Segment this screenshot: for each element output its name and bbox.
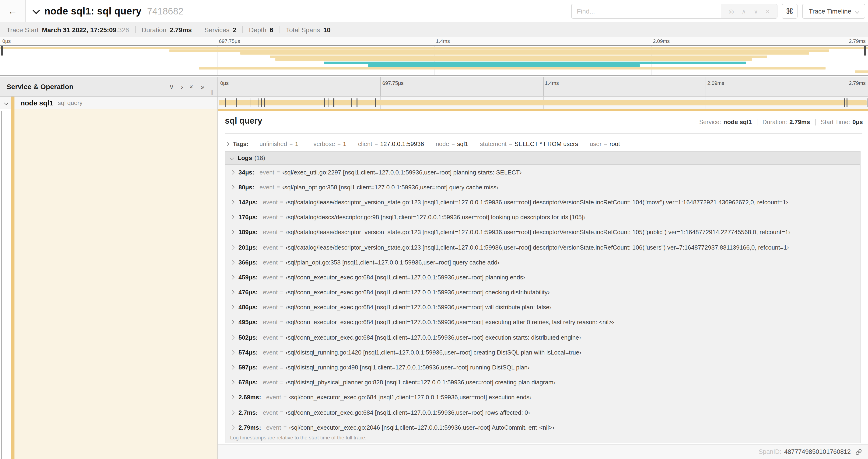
log-row[interactable]: 486μs:event=‹sql/conn_executor_exec.go:6… <box>225 300 860 315</box>
tag-equals: = <box>509 140 512 147</box>
log-row[interactable]: 678μs:event=‹sql/distsql_physical_planne… <box>225 375 860 390</box>
log-field-key: event <box>263 379 278 386</box>
log-field-key: event <box>263 274 278 281</box>
log-row[interactable]: 597μs:event=‹sql/distsql_running.go:498 … <box>225 360 860 375</box>
prev-result-icon[interactable]: ∧ <box>742 8 746 15</box>
span-row[interactable]: node sql1 sql query <box>0 97 868 109</box>
log-marker[interactable] <box>261 98 262 107</box>
collapse-one-icon[interactable]: ∨ <box>169 83 174 90</box>
top-bar: ← node sql1: sql query 7418682 ◎ ∧ ∨ × ⌘… <box>0 0 868 22</box>
tag-value: 1 <box>343 140 346 147</box>
find-controls: ◎ ∧ ∨ × <box>721 4 777 18</box>
log-row[interactable]: 476μs:event=‹sql/conn_executor_exec.go:6… <box>225 285 860 300</box>
log-marker[interactable] <box>846 98 847 107</box>
service-operation-column-header: Service & Operation ∨ › » » ∥ <box>0 77 218 96</box>
log-row[interactable]: 2.69ms:event=‹sql/conn_executor_exec.go:… <box>225 390 860 405</box>
log-marker[interactable] <box>331 98 331 107</box>
axis-gridline <box>380 77 381 96</box>
tag-key: client <box>358 140 372 147</box>
column-resizer-handle[interactable]: ∥ <box>211 90 213 95</box>
log-row[interactable]: 502μs:event=‹sql/conn_executor_exec.go:6… <box>225 330 860 345</box>
timeline-column-header: Service & Operation ∨ › » » ∥ 0μs697.75μ… <box>0 77 868 97</box>
log-field-equals: = <box>280 289 283 296</box>
expand-one-icon[interactable]: › <box>181 83 183 90</box>
separator <box>757 119 757 125</box>
log-field-equals: = <box>277 169 280 175</box>
log-row[interactable]: 80μs:event=‹sql/plan_opt.go:358 [nsql1,c… <box>225 179 860 195</box>
tags-row[interactable]: Tags:_unfinished=1_verbose=1client=127.0… <box>225 138 863 149</box>
service-operation-header-label: Service & Operation <box>6 83 73 91</box>
log-marker[interactable] <box>225 98 226 107</box>
log-marker[interactable] <box>375 98 376 107</box>
summary-item: Duration2.79ms <box>142 26 192 33</box>
summary-item: Total Spans10 <box>286 26 331 33</box>
minimap-axis-label: 2.79ms <box>849 38 866 44</box>
keyboard-shortcuts-button[interactable]: ⌘ <box>782 4 798 19</box>
clear-search-icon[interactable]: × <box>766 8 769 15</box>
scrollbar[interactable] <box>1 111 2 459</box>
chevron-right-icon <box>230 245 235 250</box>
log-marker[interactable] <box>303 98 304 107</box>
trace-view-select[interactable]: Trace Timeline <box>802 4 865 19</box>
log-marker[interactable] <box>324 98 325 107</box>
chevron-right-icon <box>230 410 235 415</box>
span-duration-bar[interactable] <box>219 100 867 105</box>
log-marker[interactable] <box>356 98 357 107</box>
log-timestamp: 2.69ms: <box>239 394 261 401</box>
log-field-key: event <box>266 424 281 431</box>
log-marker[interactable] <box>251 98 251 107</box>
log-marker[interactable] <box>334 98 335 107</box>
span-bar-track[interactable] <box>218 97 868 109</box>
log-row[interactable]: 142μs:event=‹sql/catalog/lease/descripto… <box>225 195 860 210</box>
separator <box>135 26 135 33</box>
locate-icon[interactable]: ◎ <box>729 8 734 15</box>
log-row[interactable]: 176μs:event=‹sql/catalog/descs/descripto… <box>225 210 860 225</box>
log-timestamp: 459μs: <box>239 274 257 281</box>
span-operation-name: sql query <box>58 99 83 106</box>
copy-link-icon[interactable] <box>856 449 862 455</box>
log-row[interactable]: 2.7ms:event=‹sql/conn_executor_exec.go:6… <box>225 405 860 420</box>
log-marker[interactable] <box>258 98 259 107</box>
expand-all-icon[interactable]: » <box>201 83 205 90</box>
trace-id: 7418682 <box>147 6 183 17</box>
minimap-scrubber-left-grip[interactable] <box>1 46 3 56</box>
minimap-span-bar <box>275 58 751 61</box>
log-row[interactable]: 201μs:event=‹sql/catalog/lease/descripto… <box>225 240 860 255</box>
next-result-icon[interactable]: ∨ <box>754 8 758 15</box>
minimap-canvas[interactable] <box>0 45 868 75</box>
log-marker[interactable] <box>265 98 265 107</box>
span-color-bar <box>11 109 14 459</box>
tag-value: sql1 <box>457 140 468 147</box>
separator <box>279 26 280 33</box>
logs-header[interactable]: Logs (18) <box>225 152 860 165</box>
log-row[interactable]: 459μs:event=‹sql/conn_executor_exec.go:6… <box>225 270 860 285</box>
find-input[interactable] <box>572 4 721 18</box>
summary-label: Trace Start <box>6 26 38 33</box>
log-row[interactable]: 34μs:event=‹sql/exec_util.go:2297 [nsql1… <box>225 165 860 179</box>
log-marker[interactable] <box>844 98 845 107</box>
log-field-value: ‹sql/conn_executor_exec.go:684 [nsql1,cl… <box>286 334 581 341</box>
log-row[interactable]: 2.79ms:event=‹sql/conn_executor_exec.go:… <box>225 420 860 435</box>
log-row[interactable]: 574μs:event=‹sql/distsql_running.go:1420… <box>225 345 860 360</box>
axis-tick-label: 2.79ms <box>849 80 866 86</box>
log-row[interactable]: 189μs:event=‹sql/catalog/lease/descripto… <box>225 225 860 240</box>
log-field-value: ‹sql/distsql_physical_planner.go:828 [ns… <box>286 379 555 386</box>
summary-value: 10 <box>323 26 331 33</box>
log-marker[interactable] <box>236 98 237 107</box>
span-collapse-chevron-icon[interactable] <box>4 101 9 105</box>
log-field-key: event <box>259 169 274 176</box>
log-timestamp: 678μs: <box>239 379 257 386</box>
minimap-axis-labels: 0μs697.75μs1.4ms2.09ms2.79ms <box>0 37 868 45</box>
log-marker[interactable] <box>328 98 329 107</box>
log-marker[interactable] <box>333 98 334 107</box>
log-row[interactable]: 366μs:event=‹sql/plan_opt.go:358 [nsql1,… <box>225 255 860 270</box>
minimap-axis-label: 697.75μs <box>219 38 240 44</box>
back-button[interactable]: ← <box>0 0 26 22</box>
minimap-scrubber-right-grip[interactable] <box>864 46 866 56</box>
collapse-all-icon[interactable]: » <box>189 85 195 88</box>
log-marker[interactable] <box>351 98 352 107</box>
trace-collapse-chevron-icon[interactable] <box>32 6 40 14</box>
span-row-name-cell[interactable]: node sql1 sql query <box>0 97 218 109</box>
log-row[interactable]: 495μs:event=‹sql/conn_executor_exec.go:6… <box>225 315 860 330</box>
tag-equals: = <box>337 140 341 147</box>
